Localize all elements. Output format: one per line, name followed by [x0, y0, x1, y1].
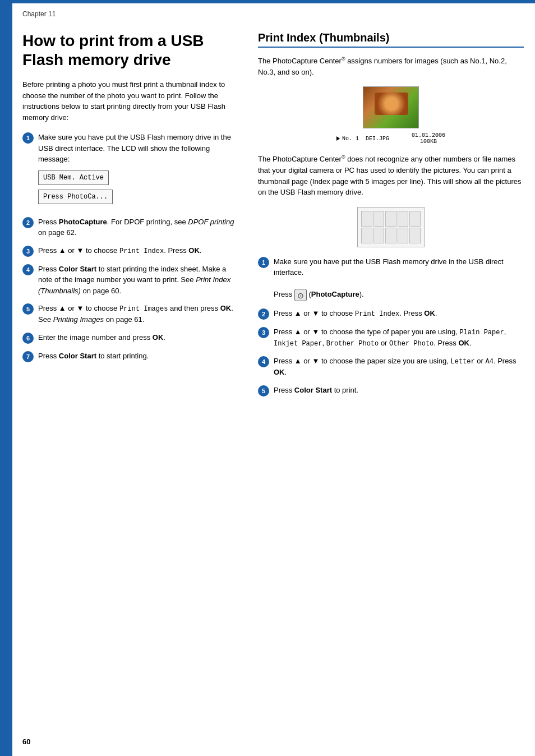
lcd-line-1: USB Mem. Active [38, 170, 109, 185]
right-step-number-4: 4 [258, 356, 269, 367]
right-bold-ok-3: OK [458, 339, 469, 347]
right-step-number-5: 5 [258, 385, 269, 397]
step-content-6: Enter the image number and press OK. [38, 332, 241, 343]
step-content-2: Press PhotoCapture. For DPOF printing, s… [38, 216, 241, 238]
bold-colorstart-7: Color Start [59, 352, 96, 360]
thumb-cell-4 [398, 211, 409, 227]
content-area: How to print from a USB Flash memory dri… [22, 31, 524, 756]
left-step-5: 5 Press ▲ or ▼ to choose Print Images an… [22, 303, 241, 325]
left-step-1: 1 Make sure you have put the USB Flash m… [22, 132, 241, 210]
thumb-cell-10 [409, 228, 421, 243]
right-code-plain-paper: Plain Paper [459, 329, 504, 336]
step-number-1: 1 [22, 132, 34, 144]
main-title: How to print from a USB Flash memory dri… [22, 31, 241, 69]
thumb-cell-5 [409, 211, 421, 227]
lcd-boxes: USB Mem. Active Press PhotoCa... [38, 168, 241, 206]
bold-ok-5: OK [220, 304, 232, 312]
code-print-images: Print Images [119, 305, 168, 313]
right-code-a4: A4 [486, 358, 494, 366]
right-code-inkjet-paper: Inkjet Paper [274, 340, 322, 348]
photo-caption-left: No. 1 DEI.JPG [336, 136, 389, 142]
left-step-7: 7 Press Color Start to start printing. [22, 351, 241, 362]
intro-text: Before printing a photo you must first p… [22, 79, 241, 123]
right-step-content-3: Press ▲ or ▼ to choose the type of paper… [274, 326, 524, 349]
photo-caption: No. 1 DEI.JPG 01.01.2006 100KB [258, 132, 524, 145]
step-content-3: Press ▲ or ▼ to choose Print Index. Pres… [38, 245, 241, 256]
bold-photocapture: PhotoCapture [59, 218, 107, 226]
step-content-4: Press Color Start to start printing the … [38, 264, 241, 297]
photo-caption-right: 01.01.2006 100KB [412, 132, 445, 145]
step-number-2: 2 [22, 217, 34, 228]
step-number-7: 7 [22, 351, 34, 362]
lcd-line-2: Press PhotoCa... [38, 190, 113, 204]
italic-printing-images: Printing Images [53, 315, 104, 324]
bold-ok-3: OK [188, 246, 200, 255]
caption-size: 100KB [412, 139, 445, 145]
thumb-cell-2 [373, 211, 385, 227]
right-step-5: 5 Press Color Start to print. [258, 385, 524, 397]
caption-no: No. 1 [342, 136, 359, 142]
right-intro-text2: The PhotoCapture Center® does not recogn… [258, 154, 524, 197]
page-number: 60 [22, 737, 30, 746]
registered-2: ® [342, 154, 345, 160]
right-step-content-5: Press Color Start to print. [274, 385, 524, 396]
chapter-label: Chapter 11 [22, 10, 56, 18]
step-number-6: 6 [22, 333, 34, 344]
right-code-other-photo: Other Photo [389, 340, 433, 348]
photo-preview: No. 1 DEI.JPG 01.01.2006 100KB [258, 86, 524, 145]
right-code-print-index: Print Index [355, 310, 399, 318]
thumb-cell-9 [398, 228, 409, 243]
right-bold-ok-2: OK [424, 309, 435, 317]
right-step-1: 1 Make sure you have put the USB Flash m… [258, 256, 524, 302]
right-step-content-4: Press ▲ or ▼ to choose the paper size yo… [274, 356, 524, 378]
right-bold-colorstart-5: Color Start [294, 386, 332, 394]
right-code-brother-photo: Brother Photo [326, 340, 379, 348]
step-content-5: Press ▲ or ▼ to choose Print Images and … [38, 303, 241, 325]
photo-thumbnail-image [363, 86, 419, 128]
thumb-cell-1 [361, 211, 372, 227]
top-blue-bar [0, 0, 535, 3]
right-bold-ok-4: OK [274, 368, 285, 376]
bold-ok-6: OK [153, 333, 164, 342]
left-column: How to print from a USB Flash memory dri… [22, 31, 241, 756]
left-step-2: 2 Press PhotoCapture. For DPOF printing,… [22, 216, 241, 238]
left-steps-list: 1 Make sure you have put the USB Flash m… [22, 132, 241, 362]
caption-date: 01.01.2006 [412, 132, 445, 139]
right-step-2: 2 Press ▲ or ▼ to choose Print Index. Pr… [258, 308, 524, 320]
page: Chapter 11 How to print from a USB Flash… [0, 0, 535, 756]
left-step-3: 3 Press ▲ or ▼ to choose Print Index. Pr… [22, 245, 241, 257]
left-blue-bar [0, 3, 12, 756]
right-step-number-2: 2 [258, 308, 269, 320]
section-title: Print Index (Thumbnails) [258, 31, 524, 48]
step-1-text: Make sure you have put the USB Flash mem… [38, 133, 231, 163]
thumb-cell-8 [385, 228, 396, 243]
thumb-cell-7 [373, 228, 385, 243]
step-number-5: 5 [22, 303, 34, 315]
code-print-index: Print Index [119, 247, 164, 255]
thumbnail-grid [357, 207, 425, 247]
step-number-3: 3 [22, 246, 34, 257]
right-code-letter: Letter [451, 358, 475, 366]
right-steps-list: 1 Make sure you have put the USB Flash m… [258, 256, 524, 397]
right-step-4: 4 Press ▲ or ▼ to choose the paper size … [258, 356, 524, 378]
right-step-3: 3 Press ▲ or ▼ to choose the type of pap… [258, 326, 524, 349]
caption-file: DEI.JPG [366, 136, 389, 142]
right-step-content-1: Make sure you have put the USB Flash mem… [274, 256, 524, 302]
bold-photocapture-right: PhotoCapture [311, 291, 359, 299]
thumb-cell-6 [361, 228, 372, 243]
right-step-number-3: 3 [258, 327, 269, 338]
arrow-icon [336, 136, 340, 141]
right-intro-text1: The PhotoCapture Center® assigns numbers… [258, 56, 524, 77]
italic-print-index: Print Index (Thumbnails) [38, 275, 230, 295]
left-step-6: 6 Enter the image number and press OK. [22, 332, 241, 344]
italic-dpof: DPOF printing [188, 218, 234, 226]
thumb-cell-3 [385, 211, 396, 227]
left-step-4: 4 Press Color Start to start printing th… [22, 264, 241, 297]
step-number-4: 4 [22, 264, 34, 275]
bold-colorstart-4: Color Start [59, 265, 96, 273]
right-step-content-2: Press ▲ or ▼ to choose Print Index. Pres… [274, 308, 524, 319]
photocapture-icon [294, 289, 307, 301]
right-step-number-1: 1 [258, 257, 269, 268]
step-content-7: Press Color Start to start printing. [38, 351, 241, 362]
step-content-1: Make sure you have put the USB Flash mem… [38, 132, 241, 210]
